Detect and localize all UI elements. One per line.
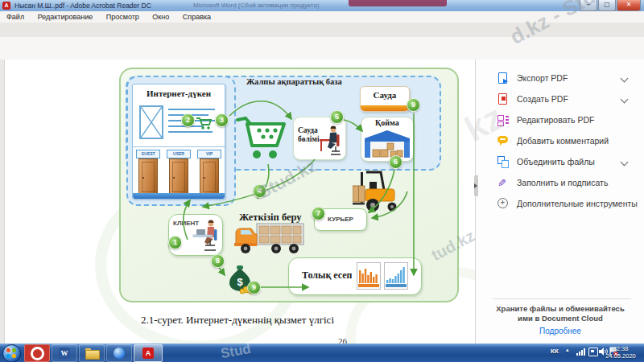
step-circle-7: 7 xyxy=(312,207,325,220)
tool-create-pdf[interactable]: Создать PDF xyxy=(476,88,644,109)
clock-date: 24.05.2020 xyxy=(600,352,642,360)
info-base-header: Жалпы ақпараттық база xyxy=(246,77,367,86)
vip-door xyxy=(200,158,219,195)
sales-label: Сауда xyxy=(361,90,409,100)
tray-signal-icon[interactable] xyxy=(576,348,586,356)
taskbar-acrobat-button[interactable]: A xyxy=(134,344,163,362)
orange-chart-doc-icon xyxy=(357,262,381,290)
small-cart-icon xyxy=(196,116,213,130)
pdf-page-number: 26 xyxy=(338,336,347,343)
figure-caption: 2.1-сурет. Интернет-дүкеннің қызмет үлгі… xyxy=(0,314,475,327)
full-report-label: Толық есеп xyxy=(302,269,353,282)
document-pane[interactable]: Жалпы ақпараттық база Интернет-дүкен GUE… xyxy=(0,60,475,343)
tab-bar: Главная Инструменты Нысан М.Ш..pdf × ? В… xyxy=(0,23,644,38)
add-comment-icon xyxy=(497,135,509,146)
more-tools-icon: + xyxy=(497,198,509,209)
manager-at-desk-icon xyxy=(320,122,344,158)
step-circle-8: 8 xyxy=(211,254,225,268)
learn-more-link[interactable]: Подробнее xyxy=(489,327,631,335)
webpage-text-line xyxy=(168,131,213,133)
chevron-down-icon xyxy=(621,158,629,167)
window-title: Нысан М.Ш..pdf - Adobe Acrobat Reader DC xyxy=(14,2,151,10)
browser-icon xyxy=(114,348,125,359)
title-bar: A Нысан М.Ш..pdf - Adobe Acrobat Reader … xyxy=(0,0,644,12)
menu-help[interactable]: Справка xyxy=(183,13,211,21)
full-report-box: Толық есеп xyxy=(288,257,422,295)
webpage-text-line xyxy=(168,109,215,110)
forklift-icon xyxy=(353,169,402,214)
tools-panel: Экспорт PDF Создать PDF Редактировать PD… xyxy=(475,60,644,343)
clock-time: 12:38 xyxy=(600,345,642,352)
document-cloud-promo: Храните файлы и обменивайтесь ими в Docu… xyxy=(489,304,631,323)
panel-divider xyxy=(493,298,631,299)
step-circle-6: 6 xyxy=(389,155,402,169)
acrobat-icon: A xyxy=(142,348,154,359)
taskbar-word-button[interactable]: W xyxy=(52,344,77,362)
taskbar-browser-button[interactable] xyxy=(106,344,132,362)
menu-window[interactable]: Окно xyxy=(152,13,169,21)
fill-sign-icon: ✎ xyxy=(497,177,509,188)
step-circle-4: 4 xyxy=(253,184,266,198)
door-label-vip: VIP xyxy=(197,150,221,158)
main-toolbar: ✉ ↑ ↓ / 65 − + 108% ⤢ ↔ ↓ ⋯ ✎ xyxy=(0,37,644,60)
word-icon: W xyxy=(59,348,70,359)
chevron-down-icon xyxy=(621,96,629,104)
svg-text:$: $ xyxy=(237,276,243,288)
tool-export-pdf[interactable]: Экспорт PDF xyxy=(476,68,644,88)
warehouse-icon xyxy=(364,129,411,159)
taskbar-opera-button[interactable] xyxy=(24,344,50,362)
combine-files-icon xyxy=(497,156,509,167)
minimize-button[interactable]: – xyxy=(580,0,597,11)
edit-pdf-icon xyxy=(497,114,509,125)
step-circle-2: 2 xyxy=(181,113,195,127)
tool-edit-pdf[interactable]: Редактировать PDF xyxy=(476,109,644,130)
webpage-image-placeholder xyxy=(139,105,163,139)
tray-language-indicator[interactable]: КК xyxy=(551,348,559,355)
menu-bar: Файл Редактирование Просмотр Окно Справк… xyxy=(0,11,644,23)
tool-add-comment[interactable]: Добавить комментарий xyxy=(476,130,644,151)
internet-store-box: Интернет-дүкен GUEST USER VIP xyxy=(132,84,225,200)
client-at-laptop-icon xyxy=(192,218,221,253)
guest-door xyxy=(138,158,158,195)
sales-box: Сауда xyxy=(360,86,410,112)
tool-fill-sign[interactable]: ✎ Заполнить и подписать xyxy=(476,172,644,193)
opera-icon xyxy=(31,347,44,360)
shopping-cart-icon xyxy=(235,113,288,162)
step-circle-5: 5 xyxy=(330,110,344,124)
background-window-fragment xyxy=(349,0,447,6)
tool-combine-files[interactable]: Объединить файлы xyxy=(476,151,644,172)
tray-network-icon[interactable] xyxy=(588,348,598,356)
step-circle-1: 1 xyxy=(168,236,182,249)
door-label-guest: GUEST xyxy=(136,150,160,158)
client-box: КЛИЕНТ xyxy=(168,214,223,256)
tray-expand-icon[interactable]: ▴ xyxy=(566,347,569,353)
menu-edit[interactable]: Редактирование xyxy=(38,13,93,21)
maximize-button[interactable]: ▢ xyxy=(598,0,616,11)
background-window-title: Microsoft Word (Сбой активации продукта) xyxy=(193,2,320,9)
menu-file[interactable]: Файл xyxy=(6,13,24,21)
panel-collapse-handle[interactable] xyxy=(474,175,478,196)
sales-dept-label: Саудабөлімі xyxy=(298,126,320,144)
taskbar-clock[interactable]: 12:3824.05.2020 xyxy=(600,345,642,360)
acrobat-app-icon: A xyxy=(2,2,10,10)
menu-view[interactable]: Просмотр xyxy=(106,13,139,21)
tool-more-tools[interactable]: + Дополнительные инструменты xyxy=(476,193,644,214)
warehouse-label: Қойма xyxy=(361,118,413,127)
start-button[interactable] xyxy=(2,344,21,362)
export-pdf-icon xyxy=(497,72,509,84)
door-label-user: USER xyxy=(167,150,191,158)
step-circle-9-sales: 9 xyxy=(407,98,420,112)
warehouse-box: Қойма xyxy=(361,117,414,162)
user-door xyxy=(169,158,188,195)
store-base-bar xyxy=(133,193,225,199)
close-button[interactable]: ✕ xyxy=(617,0,641,11)
step-circle-3: 3 xyxy=(215,113,229,127)
create-pdf-icon xyxy=(497,93,509,105)
delivery-truck-icon xyxy=(234,222,308,256)
blue-chart-doc-icon xyxy=(384,262,408,290)
internet-store-title: Интернет-дүкен xyxy=(133,88,225,98)
step-circle-9-payment: 9 xyxy=(247,281,261,294)
store-divider xyxy=(133,146,225,147)
taskbar-explorer-button[interactable] xyxy=(79,344,105,362)
diagram-layer: Жалпы ақпараттық база Интернет-дүкен GUE… xyxy=(0,60,475,343)
